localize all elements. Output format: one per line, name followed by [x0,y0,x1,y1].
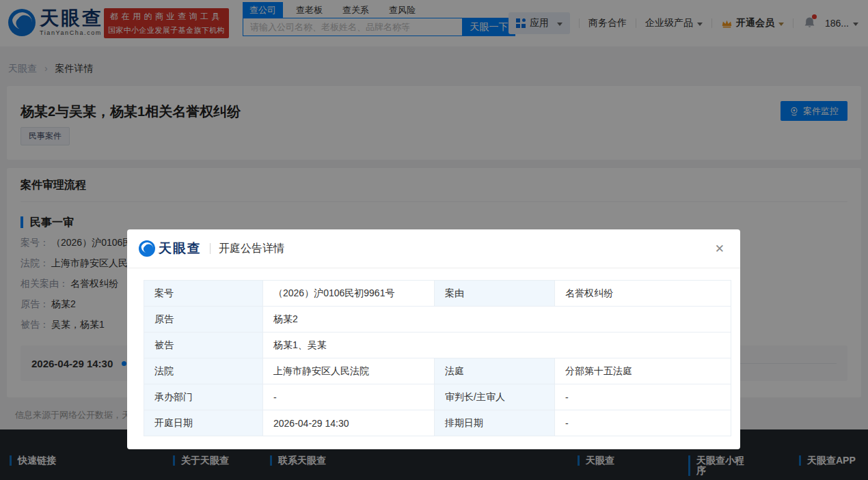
cell-label: 案由 [435,281,555,307]
table-row: 法院 上海市静安区人民法院 法庭 分部第十五法庭 [144,358,731,384]
hearing-announcement-modal: 天眼查 开庭公告详情 ✕ 案号 （2026）沪0106民初9961号 案由 名誉… [127,229,740,449]
cell-label: 案号 [144,281,263,307]
modal-brand-name: 天眼查 [159,240,202,257]
cell-value: （2026）沪0106民初9961号 [263,281,435,307]
modal-body: 案号 （2026）沪0106民初9961号 案由 名誉权纠纷 原告 杨某2 被告… [127,268,740,436]
cell-value: - [263,384,435,410]
cell-value: - [555,410,731,436]
cell-value: 上海市静安区人民法院 [263,358,435,384]
cell-value: 2026-04-29 14:30 [263,410,435,436]
table-row: 承办部门 - 审判长/主审人 - [144,384,731,410]
table-row: 被告 杨某1、吴某 [144,333,731,358]
modal-title: 开庭公告详情 [219,242,284,256]
cell-label: 被告 [144,333,263,358]
cell-value: - [555,384,731,410]
cell-label: 排期日期 [435,410,555,436]
cell-label: 审判长/主审人 [435,384,555,410]
cell-value: 杨某1、吴某 [263,333,731,358]
cell-value: 杨某2 [263,307,731,333]
modal-header: 天眼查 开庭公告详情 ✕ [127,229,740,268]
cell-label: 法庭 [435,358,555,384]
close-icon[interactable]: ✕ [711,240,729,257]
cell-value: 名誉权纠纷 [555,281,731,307]
cell-label: 承办部门 [144,384,263,410]
modal-header-divider [210,243,211,254]
cell-label: 法院 [144,358,263,384]
cell-label: 开庭日期 [144,410,263,436]
table-row: 案号 （2026）沪0106民初9961号 案由 名誉权纠纷 [144,281,731,307]
tianyancha-swirl-icon [139,240,155,257]
cell-label: 原告 [144,307,263,333]
table-row: 原告 杨某2 [144,307,731,333]
hearing-detail-table: 案号 （2026）沪0106民初9961号 案由 名誉权纠纷 原告 杨某2 被告… [144,280,731,436]
table-row: 开庭日期 2026-04-29 14:30 排期日期 - [144,410,731,436]
cell-value: 分部第十五法庭 [555,358,731,384]
